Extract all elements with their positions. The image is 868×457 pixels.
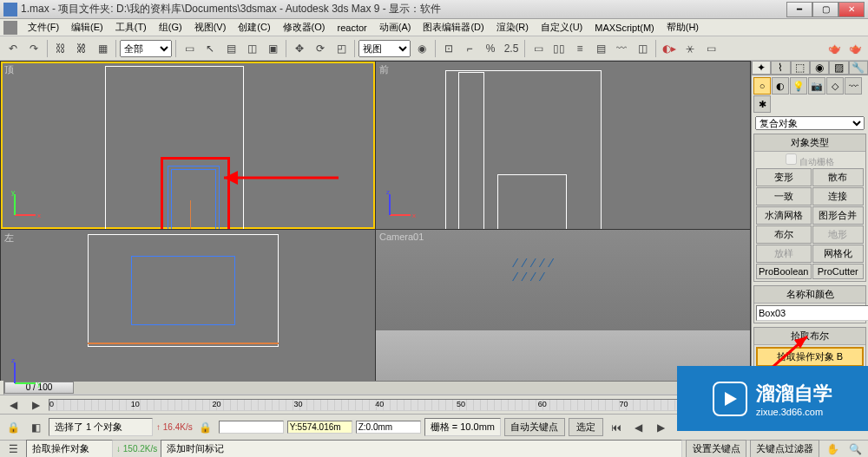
object-name-input[interactable] (756, 305, 868, 321)
script-icon[interactable]: ◧ (26, 418, 45, 437)
move-button[interactable]: ✥ (290, 39, 309, 58)
menu-edit[interactable]: 编辑(E) (66, 19, 108, 36)
curve-editor-button[interactable]: 〰 (612, 39, 631, 58)
play-prev-button[interactable]: ◀ (629, 418, 648, 437)
type-conform[interactable]: 一致 (756, 187, 812, 206)
link-button[interactable]: ⛓ (51, 39, 70, 58)
select-cursor-button[interactable]: ↖ (201, 39, 220, 58)
menu-maxscript[interactable]: MAXScript(M) (589, 21, 659, 35)
menu-animation[interactable]: 动画(A) (374, 19, 417, 36)
tb-prev[interactable]: ◀ (3, 395, 23, 415)
lock-selection-icon[interactable]: 🔒 (196, 418, 215, 437)
coord-y-input[interactable] (287, 421, 352, 434)
add-time-tag[interactable]: 添加时间标记 (161, 440, 682, 457)
type-procutter[interactable]: ProCutter (812, 264, 865, 279)
type-morph[interactable]: 变形 (756, 168, 812, 186)
pivot-button[interactable]: ◉ (412, 39, 431, 58)
teapot-render-icon[interactable]: 🫖 (825, 39, 844, 58)
pick-operand-b-button[interactable]: 拾取操作对象 B (756, 347, 864, 367)
layers-button[interactable]: ▤ (591, 39, 610, 58)
align-button[interactable]: ≡ (570, 39, 589, 58)
tb-next[interactable]: ▶ (26, 395, 45, 415)
render-setup-button[interactable]: ⚹ (681, 39, 700, 58)
named-selection-button[interactable]: ▭ (529, 39, 548, 58)
snap-toggle[interactable]: ⊡ (439, 39, 458, 58)
rollout-header-pick[interactable]: 拾取布尔 (754, 328, 865, 345)
scale-button[interactable]: ◰ (332, 39, 351, 58)
coord-x-input[interactable] (219, 421, 284, 434)
key-filter-button[interactable]: 关键点过滤器 (750, 440, 819, 457)
rollout-header-object-type[interactable]: 对象类型 (754, 134, 865, 152)
tab-modify[interactable]: ⌇ (771, 61, 790, 75)
spinner-snap-toggle[interactable]: 2.5 (502, 39, 521, 58)
teapot-quick-icon[interactable]: 🫖 (845, 39, 865, 58)
tab-hierarchy[interactable]: ⬚ (791, 61, 810, 75)
category-dropdown[interactable]: 复合对象 (755, 116, 865, 130)
nav-pan-icon[interactable]: ✋ (823, 440, 842, 458)
subtab-shapes[interactable]: ◐ (772, 77, 789, 95)
percent-snap-toggle[interactable]: % (481, 39, 500, 58)
menu-file[interactable]: 文件(F) (23, 19, 64, 36)
menu-help[interactable]: 帮助(H) (661, 19, 704, 36)
menu-graph[interactable]: 图表编辑器(D) (418, 19, 489, 36)
auto-key-button[interactable]: 自动关键点 (504, 418, 565, 436)
type-loft[interactable]: 放样 (756, 245, 812, 263)
window-crossing-button[interactable]: ▣ (263, 39, 282, 58)
type-shapemerge[interactable]: 图形合并 (812, 206, 865, 225)
type-proboolean[interactable]: ProBoolean (756, 264, 812, 279)
angle-snap-toggle[interactable]: ⌐ (460, 39, 479, 58)
minimize-button[interactable]: ━ (786, 2, 812, 17)
material-editor-button[interactable]: ◐▸ (660, 39, 679, 58)
render-button[interactable]: ▭ (701, 39, 720, 58)
type-connect[interactable]: 连接 (812, 187, 865, 206)
coord-z-input[interactable] (356, 421, 421, 434)
maximize-button[interactable]: ▢ (812, 2, 838, 17)
menu-custom[interactable]: 自定义(U) (536, 19, 588, 36)
viewport-front[interactable]: 前 x z (376, 62, 750, 229)
bind-button[interactable]: ▦ (93, 39, 112, 58)
subtab-geometry[interactable]: ○ (753, 77, 771, 95)
subtab-cameras[interactable]: 📷 (808, 77, 825, 95)
schematic-button[interactable]: ◫ (633, 39, 652, 58)
type-scatter[interactable]: 散布 (812, 168, 865, 186)
menu-group[interactable]: 组(G) (154, 19, 187, 36)
menu-render[interactable]: 渲染(R) (491, 19, 534, 36)
tab-create[interactable]: ✦ (752, 61, 771, 75)
type-mesher[interactable]: 网格化 (812, 245, 865, 263)
nav-zoom-icon[interactable]: 🔍 (845, 440, 865, 458)
rotate-button[interactable]: ⟳ (311, 39, 330, 58)
menu-view[interactable]: 视图(V) (189, 19, 232, 36)
tab-motion[interactable]: ◉ (810, 61, 829, 75)
menu-reactor[interactable]: reactor (332, 21, 372, 35)
select-region-button[interactable]: ◫ (242, 39, 261, 58)
app-menu-icon[interactable] (3, 21, 17, 35)
viewport-left[interactable]: 左 y z (1, 230, 375, 397)
selection-filter-dropdown[interactable]: 全部 (120, 40, 172, 57)
subtab-helpers[interactable]: ◇ (826, 77, 844, 95)
mirror-button[interactable]: ▯▯ (549, 39, 569, 58)
subtab-spacewarps[interactable]: 〰 (845, 77, 862, 95)
type-terrain[interactable]: 地形 (812, 225, 865, 244)
select-button[interactable]: ▭ (180, 39, 199, 58)
set-key-button[interactable]: 设置关键点 (686, 440, 746, 457)
redo-button[interactable]: ↷ (24, 39, 43, 58)
subtab-lights[interactable]: 💡 (790, 77, 807, 95)
type-boolean[interactable]: 布尔 (756, 225, 812, 244)
lock-icon[interactable]: 🔒 (3, 418, 23, 437)
select-name-button[interactable]: ▤ (221, 39, 240, 58)
close-button[interactable]: ✕ (838, 2, 865, 17)
unlink-button[interactable]: ⛓̸ (72, 39, 91, 58)
rollout-header-name[interactable]: 名称和颜色 (754, 286, 865, 304)
undo-button[interactable]: ↶ (3, 39, 23, 58)
selected-button[interactable]: 选定 (569, 418, 603, 436)
tab-utilities[interactable]: 🔧 (849, 61, 868, 75)
play-button[interactable]: ▶ (652, 418, 671, 437)
prompt-icon[interactable]: ☰ (3, 440, 23, 458)
menu-tools[interactable]: 工具(T) (110, 19, 152, 36)
menu-modifiers[interactable]: 修改器(O) (278, 19, 331, 36)
viewport-top[interactable]: 顶 x y (1, 62, 375, 229)
tab-display[interactable]: ▨ (829, 61, 848, 75)
coordinate-system-dropdown[interactable]: 视图 (358, 40, 411, 57)
type-blobmesh[interactable]: 水滴网格 (756, 206, 812, 225)
play-start-button[interactable]: ⏮ (607, 418, 626, 437)
